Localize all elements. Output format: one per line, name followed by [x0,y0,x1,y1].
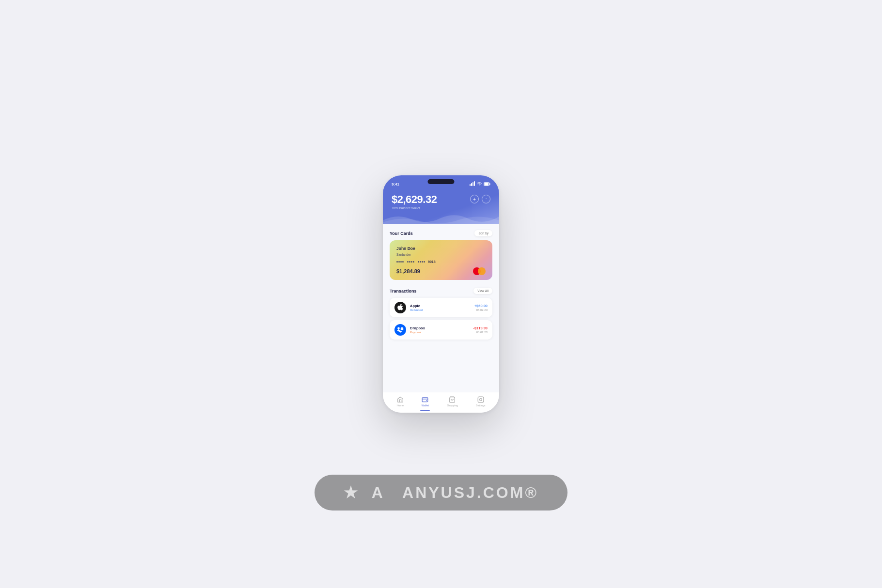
signal-icon [470,182,475,186]
nav-label-settings: Settings [476,404,486,407]
apple-logo [397,304,403,311]
dropbox-transaction-icon [394,324,406,336]
wifi-icon [477,182,482,186]
dropbox-transaction-date: 08.02.23 [473,331,488,334]
card-dots-2 [407,261,414,263]
view-all-button[interactable]: View All [473,288,492,294]
shopping-icon [449,396,456,403]
svg-rect-7 [478,397,484,402]
card-bank: Santander [396,253,486,256]
balance-amount: $2,629.32 [392,194,437,205]
battery-icon [484,182,490,186]
apple-transaction-date: 08.02.23 [474,309,488,311]
svg-rect-2 [489,183,490,185]
transaction-item-dropbox[interactable]: Dropbox Payment -$119.99 08.02.23 [390,320,492,340]
nav-item-home[interactable]: Home [396,396,404,407]
credit-card[interactable]: John Doe Santander 9018 [390,240,492,280]
cards-title: Your Cards [390,231,413,236]
wave-decoration [383,211,499,224]
more-button[interactable]: ··· [482,195,490,203]
nav-item-settings[interactable]: Settings [476,396,486,407]
settings-icon [477,396,484,403]
mc-orange-circle [478,267,486,275]
mastercard-logo [473,267,486,275]
apple-transaction-right: +$60.00 08.02.23 [474,304,488,311]
svg-point-6 [479,399,482,401]
card-dots-1 [396,261,404,263]
cards-section: Your Cards Sort by John Doe Santander [383,224,499,284]
nav-item-wallet[interactable]: Wallet [422,396,429,407]
phone-notch [428,179,455,184]
balance-label: Total Balance Wallet [392,206,437,210]
apple-transaction-info: Apple Refunded [410,304,471,311]
card-holder-name: John Doe [396,246,486,251]
apple-transaction-status: Refunded [410,309,471,311]
apple-transaction-amount: +$60.00 [474,304,488,308]
card-balance: $1,284.89 [396,268,420,274]
dropbox-transaction-right: -$119.99 08.02.23 [473,326,488,334]
status-time: 9:41 [392,182,399,186]
transactions-section-header: Transactions View All [390,288,492,294]
card-number-row: 9018 [396,260,486,263]
phone-mockup: 9:41 $2 [383,175,499,413]
transactions-section: Transactions View All Apple Refunded +$6… [383,284,499,347]
card-bottom-row: $1,284.89 [396,267,486,275]
main-content: Your Cards Sort by John Doe Santander [383,224,499,392]
header-actions: + ··· [470,195,490,203]
dropbox-transaction-status: Payment [410,331,469,334]
dropbox-transaction-amount: -$119.99 [473,326,488,330]
apple-transaction-icon [394,302,406,313]
apple-transaction-name: Apple [410,304,471,308]
sort-by-button[interactable]: Sort by [474,230,492,236]
plus-icon: + [473,197,476,202]
cards-section-header: Your Cards Sort by [390,230,492,236]
add-button[interactable]: + [470,195,479,203]
nav-label-shopping: Shopping [447,404,458,407]
watermark: ★ A ANYUSJ.COM® [315,475,567,511]
more-icon: ··· [485,197,487,201]
watermark-text: ★ A ANYUSJ.COM® [344,483,538,502]
nav-item-shopping[interactable]: Shopping [447,396,458,407]
wallet-icon [422,396,428,403]
balance-info: $2,629.32 Total Balance Wallet [392,194,437,210]
svg-rect-3 [423,398,428,402]
bottom-nav: Home Wallet Shopping [383,392,499,413]
header-area: $2,629.32 Total Balance Wallet + ··· [383,191,499,224]
card-last-digits: 9018 [428,260,436,263]
nav-label-wallet: Wallet [422,404,429,407]
dropbox-transaction-name: Dropbox [410,326,469,330]
home-icon [397,396,404,403]
dropbox-logo [397,327,404,333]
dropbox-transaction-info: Dropbox Payment [410,326,469,334]
status-icons [470,182,490,186]
svg-point-4 [426,400,427,401]
nav-label-home: Home [396,404,404,407]
transactions-title: Transactions [390,289,417,294]
transaction-item-apple[interactable]: Apple Refunded +$60.00 08.02.23 [390,298,492,317]
wallet-active-indicator [420,410,430,411]
card-dots-3 [418,261,425,263]
svg-rect-1 [484,183,488,185]
